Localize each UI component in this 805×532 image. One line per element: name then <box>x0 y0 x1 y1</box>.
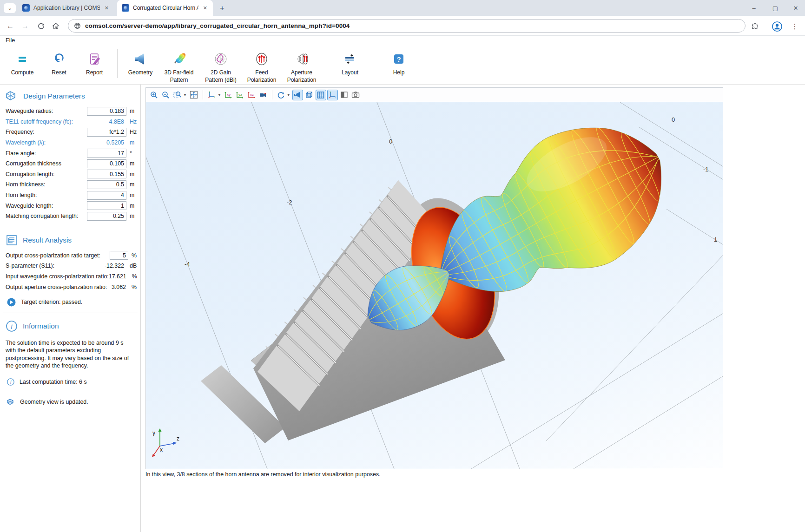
te11-cutoff-value: 4.8E8 <box>87 118 126 125</box>
invert-background-button[interactable] <box>339 90 350 100</box>
view-xy-button[interactable]: xy <box>223 90 234 100</box>
param-unit: m <box>126 192 137 198</box>
browser-menu-kebab[interactable]: ⋮ <box>789 21 800 32</box>
default-view-button[interactable] <box>206 90 217 100</box>
show-geometry-toggle[interactable] <box>292 90 303 100</box>
param-row: Corrugation thickness m <box>0 158 140 169</box>
window-minimize-button[interactable]: – <box>745 2 763 13</box>
cross-polarization-target-field[interactable] <box>110 251 128 260</box>
zoom-extents-button[interactable] <box>189 90 199 100</box>
svg-text:-2: -2 <box>287 199 292 206</box>
button-label: Help <box>393 69 405 76</box>
zoom-box-button[interactable] <box>172 90 183 100</box>
param-label: Horn thickness: <box>6 181 87 188</box>
param-label: Frequency: <box>6 129 87 135</box>
zoom-box-dropdown-caret[interactable]: ▼ <box>183 93 187 97</box>
transparency-toggle[interactable] <box>304 90 315 100</box>
button-label: Pattern (dBi) <box>205 77 236 84</box>
browser-tab-inactive[interactable]: Application Library | COMSOL S ✕ <box>18 0 114 16</box>
result-analysis-header: Result Analysis <box>0 228 140 250</box>
button-label: Layout <box>342 69 358 76</box>
zoom-in-button[interactable] <box>149 90 159 100</box>
app-toolbar: Compute Reset Report Geometry 3D Far-fie… <box>0 47 805 84</box>
reset-icon <box>52 49 66 69</box>
param-row: Matching corrugation length: m <box>0 211 140 222</box>
result-row: Input waveguide cross-polarization ratio… <box>0 271 140 282</box>
view-yz-button[interactable]: yz <box>235 90 245 100</box>
tab-close-icon[interactable]: ✕ <box>104 4 110 12</box>
default-view-dropdown-caret[interactable]: ▼ <box>218 93 221 97</box>
param-row: Horn thickness: m <box>0 179 140 190</box>
section-divider <box>3 227 138 227</box>
svg-text:0: 0 <box>672 116 675 123</box>
param-unit: Hz <box>126 129 137 135</box>
new-tab-button[interactable]: + <box>218 4 227 13</box>
corrugation-length-field[interactable] <box>87 170 126 178</box>
rotate-view-dropdown-caret[interactable]: ▼ <box>287 93 290 97</box>
compute-button[interactable]: Compute <box>3 47 42 76</box>
matching-corrugation-length-field[interactable] <box>87 212 126 221</box>
horn-thickness-field[interactable] <box>87 180 126 189</box>
rotate-view-button[interactable] <box>276 90 286 100</box>
gain-2d-button[interactable]: 2D Gain Pattern (dBi) <box>199 47 242 84</box>
waveguide-radius-field[interactable] <box>87 107 126 116</box>
passed-play-icon <box>7 298 16 307</box>
perspective-view-button[interactable] <box>258 90 269 100</box>
comsol-favicon <box>122 4 129 12</box>
url-text: comsol.com/server-demo/app/library_corru… <box>85 22 350 29</box>
frequency-field[interactable] <box>87 128 126 137</box>
param-row: Waveguide length: m <box>0 200 140 211</box>
axis-orientation-toggle[interactable] <box>327 90 338 100</box>
svg-text:z: z <box>177 435 179 442</box>
target-criterion-status: Target criterion: passed. <box>0 292 140 308</box>
waveguide-length-field[interactable] <box>87 201 126 210</box>
layout-button[interactable]: Layout <box>332 47 368 76</box>
corrugation-thickness-field[interactable] <box>87 159 126 168</box>
profile-avatar[interactable] <box>772 21 783 32</box>
aperture-polarization-button[interactable]: Aperture Polarization <box>281 47 322 84</box>
result-unit: dB <box>126 263 137 269</box>
section-title: Design Parameters <box>23 92 85 100</box>
browser-tab-active[interactable]: Corrugated Circular Horn Anten ✕ <box>117 0 213 16</box>
zoom-out-button[interactable] <box>160 90 171 100</box>
extensions-button[interactable] <box>749 21 760 32</box>
farfield-3d-button[interactable]: 3D Far-field Pattern <box>158 47 199 84</box>
geometry-button[interactable]: Geometry <box>122 47 158 76</box>
view-xz-button[interactable]: xz <box>246 90 257 100</box>
horn-antenna-scene: 0 -2 -4 0 -1 1 y z x <box>146 102 723 469</box>
grid-toggle[interactable] <box>316 90 326 100</box>
horn-length-field[interactable] <box>87 191 126 200</box>
button-label: Polarization <box>247 77 277 84</box>
snapshot-button[interactable] <box>350 90 361 100</box>
tab-search-button[interactable]: ⌄ <box>4 3 16 13</box>
report-button[interactable]: Report <box>76 47 112 76</box>
wavelength-value: 0.5205 <box>87 139 126 146</box>
design-parameters-icon <box>6 91 18 102</box>
result-row: S-parameter (S11): -12.322 dB <box>0 261 140 271</box>
browser-tab-strip: ⌄ Application Library | COMSOL S ✕ Corru… <box>0 0 805 16</box>
3d-graphics-canvas[interactable]: 0 -2 -4 0 -1 1 y z x <box>146 102 723 469</box>
flare-angle-field[interactable] <box>87 149 126 158</box>
param-row: Flare angle: ° <box>0 148 140 158</box>
button-label: Feed <box>255 69 268 76</box>
section-title: Information <box>23 322 59 330</box>
reload-button[interactable] <box>35 20 46 32</box>
window-close-button[interactable]: ✕ <box>786 2 805 13</box>
help-button[interactable]: ? Help <box>385 47 413 76</box>
back-button[interactable]: ← <box>5 20 16 32</box>
window-maximize-button[interactable]: ▢ <box>766 2 785 13</box>
last-computation-row: i Last computation time: 6 s <box>0 370 140 387</box>
url-bar[interactable]: comsol.com/server-demo/app/library_corru… <box>68 19 746 33</box>
reset-button[interactable]: Reset <box>42 47 76 76</box>
aperture-polarization-icon <box>293 49 310 69</box>
feed-polarization-button[interactable]: Feed Polarization <box>242 47 281 84</box>
output-cross-polarization-value: 3.062 <box>107 284 128 290</box>
toolbar-separator <box>272 90 272 99</box>
home-button[interactable] <box>50 20 61 32</box>
information-icon: i <box>6 320 18 332</box>
forward-button[interactable]: → <box>20 20 31 32</box>
param-unit: m <box>126 160 137 167</box>
file-menu[interactable]: File <box>6 37 15 44</box>
tab-close-icon[interactable]: ✕ <box>202 4 208 12</box>
information-body: The solution time is expected to be arou… <box>0 336 140 370</box>
